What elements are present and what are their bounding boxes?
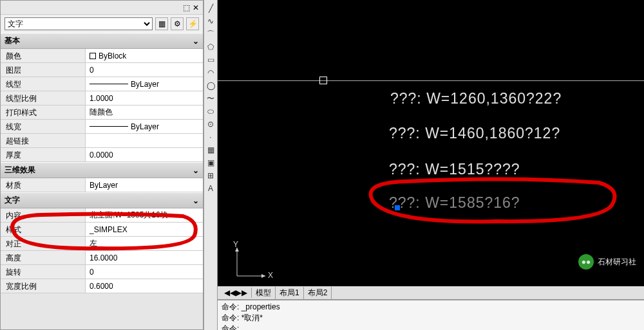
property-value[interactable] [86,134,203,147]
group-basic[interactable]: 基本⌄ [1,33,203,49]
chevron-down-icon: ⌄ [193,166,199,175]
property-value[interactable]: ByLayer [86,77,203,91]
drawing-text[interactable]: ???: W=1260,1360?22? [390,90,562,107]
property-label: 打印样式 [1,105,86,119]
property-row: 内容北立面:W=1585共16块 [1,208,203,223]
wechat-icon: ●● [578,254,594,270]
property-label: 厚度 [1,148,86,161]
property-value[interactable]: 0 [86,265,203,279]
property-row: 旋转0 [1,265,203,279]
property-row: 厚度0.0000 [1,148,203,162]
selection-handle[interactable] [319,77,327,84]
text-tool-icon[interactable]: A [205,183,216,194]
polygon-tool-icon[interactable]: ⬠ [205,41,216,53]
property-label: 线宽 [1,120,86,133]
property-label: 内容 [1,208,86,222]
property-label: 对正 [1,237,86,250]
toggle-pim-icon[interactable]: ⚡ [186,17,199,30]
linetype-preview-icon [90,84,128,84]
watermark: ●● 石材研习社 [578,254,636,270]
property-label: 材质 [1,178,86,192]
color-swatch-icon [90,53,96,59]
property-value[interactable]: 左 [86,237,203,250]
tab-nav-icon[interactable]: ◀◀▶▶ [220,288,252,298]
linetype-preview-icon [90,126,128,127]
drawing-line [218,80,644,81]
layout-tabs: ◀◀▶▶ 模型 布局1 布局2 [218,286,644,299]
tab-layout2[interactable]: 布局2 [304,287,332,299]
property-label: 高度 [1,251,86,264]
line-tool-icon[interactable]: ╱ [205,3,216,14]
property-row: 图层0 [1,63,203,77]
polyline-tool-icon[interactable]: ∿ [205,15,216,27]
property-value[interactable]: ByLayer [86,120,203,133]
ellipse-arc-tool-icon[interactable]: ◠ [205,67,216,78]
point-tool-icon[interactable]: · [205,131,216,143]
pin-icon[interactable]: ⬚ [183,3,190,12]
object-type-select[interactable]: 文字 [5,17,153,30]
property-row: 高度16.0000 [1,251,203,265]
table-tool-icon[interactable]: ⊞ [205,170,216,181]
spline-tool-icon[interactable]: 〜 [205,93,216,104]
quick-select-icon[interactable]: ▦ [155,17,168,30]
properties-panel: ⬚ ✕ 文字 ▦ ⚙ ⚡ 基本⌄ 颜色ByBlock图层0线型ByLayer线型… [0,0,204,330]
property-value[interactable]: 1.0000 [86,91,203,105]
region-tool-icon[interactable]: ▣ [205,157,216,169]
property-label: 图层 [1,63,86,77]
group-threeD[interactable]: 三维效果⌄ [1,162,203,178]
close-icon[interactable]: ✕ [193,3,199,12]
text-grip[interactable] [395,205,400,210]
property-value[interactable]: ByLayer [86,178,203,192]
property-label: 线型 [1,77,86,91]
pick-filter-icon[interactable]: ⚙ [171,17,184,30]
property-label: 宽度比例 [1,279,86,293]
model-viewport[interactable]: ???: W=1260,1360?22????: W=1460,1860?12?… [218,0,644,286]
drawing-area: ???: W=1260,1360?22????: W=1460,1860?12?… [218,0,644,330]
drawing-text[interactable]: ???: W=1460,1860?12? [389,125,560,142]
property-value[interactable]: 随颜色 [86,105,203,119]
property-label: 样式 [1,223,86,236]
property-value[interactable]: 北立面:W=1585共16块 [86,208,203,222]
property-label: 旋转 [1,265,86,279]
property-row: 打印样式随颜色 [1,105,203,120]
chevron-down-icon: ⌄ [193,196,199,205]
property-value[interactable]: 0.6000 [86,279,203,293]
donut-tool-icon[interactable]: ⊙ [205,118,216,130]
property-row: 线型比例1.0000 [1,91,203,105]
property-row: 线宽ByLayer [1,120,203,134]
arc-tool-icon[interactable]: ⌒ [205,28,216,40]
panel-titlebar: ⬚ ✕ [1,1,203,15]
chevron-down-icon: ⌄ [193,37,199,46]
draw-toolbar: ╱ ∿ ⌒ ⬠ ▭ ◠ ◯ 〜 ⬭ ⊙ · ▦ ▣ ⊞ A [204,0,218,330]
drawing-text[interactable]: ???: W=1585?16? [389,194,520,212]
rect-tool-icon[interactable]: ▭ [205,54,216,66]
property-row: 超链接 [1,134,203,148]
property-value[interactable]: 0 [86,63,203,77]
hatch-tool-icon[interactable]: ▦ [205,144,216,156]
property-row: 样式_SIMPLEX [1,223,203,237]
property-row: 对正左 [1,237,203,251]
property-value[interactable]: ByBlock [86,49,203,62]
property-label: 线型比例 [1,91,86,105]
group-text[interactable]: 文字⌄ [1,192,203,208]
circle-tool-icon[interactable]: ◯ [205,80,216,91]
tab-model[interactable]: 模型 [252,287,276,299]
svg-marker-2 [261,274,265,278]
property-row: 颜色ByBlock [1,49,203,63]
property-value[interactable]: 16.0000 [86,251,203,264]
property-row: 宽度比例0.6000 [1,279,203,293]
property-value[interactable]: 0.0000 [86,148,203,161]
property-row: 线型ByLayer [1,77,203,91]
object-type-bar: 文字 ▦ ⚙ ⚡ [1,15,203,33]
ucs-icon: X Y [232,243,270,282]
property-row: 材质ByLayer [1,178,203,192]
properties-body: 基本⌄ 颜色ByBlock图层0线型ByLayer线型比例1.0000打印样式随… [1,33,203,329]
property-label: 颜色 [1,49,86,62]
drawing-text[interactable]: ???: W=1515???? [389,161,520,178]
command-line[interactable]: 命令: _properties 命令: *取消* 命令: [218,299,644,330]
property-value[interactable]: _SIMPLEX [86,223,203,236]
tab-layout1[interactable]: 布局1 [276,287,304,299]
ellipse-tool-icon[interactable]: ⬭ [205,105,216,117]
property-label: 超链接 [1,134,86,147]
